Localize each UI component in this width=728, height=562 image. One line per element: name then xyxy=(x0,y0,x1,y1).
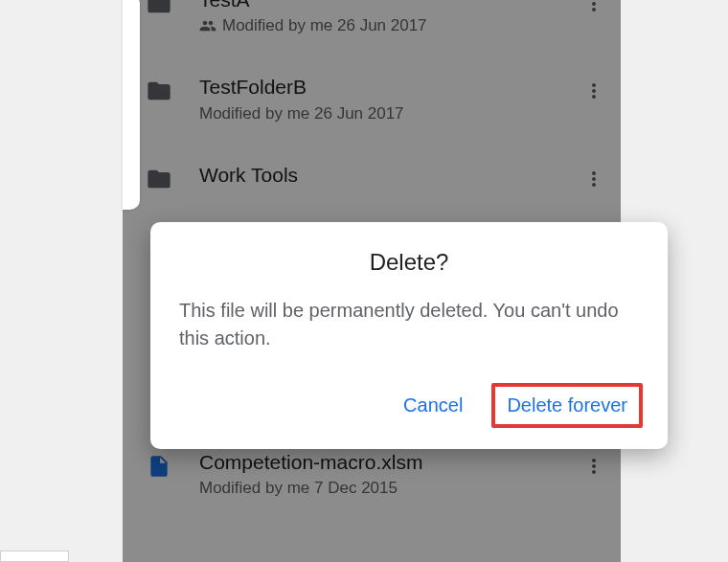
dialog-body: This file will be permanently deleted. Y… xyxy=(150,297,668,375)
delete-dialog: Delete? This file will be permanently de… xyxy=(150,222,668,449)
dialog-title: Delete? xyxy=(150,222,668,297)
decorative-stub xyxy=(0,551,69,562)
delete-forever-button[interactable]: Delete forever xyxy=(505,391,629,420)
annotation-highlight: Delete forever xyxy=(491,383,643,428)
dialog-actions: Cancel Delete forever xyxy=(150,375,668,449)
cancel-button[interactable]: Cancel xyxy=(394,387,472,424)
scroll-handle[interactable] xyxy=(123,0,140,210)
